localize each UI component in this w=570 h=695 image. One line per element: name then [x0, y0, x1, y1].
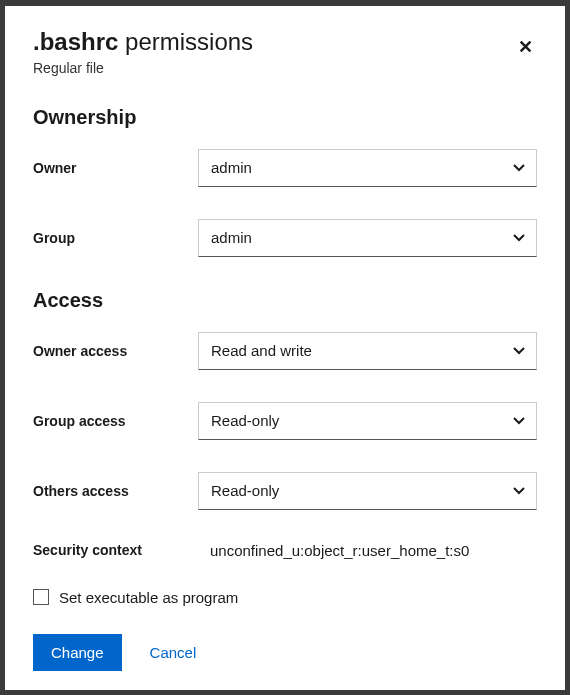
owner-label: Owner	[33, 160, 198, 176]
dialog-subtitle: Regular file	[33, 60, 253, 76]
group-access-select-wrapper: Read-only	[198, 402, 537, 440]
title-suffix: permissions	[118, 28, 253, 55]
owner-access-label: Owner access	[33, 343, 198, 359]
close-button[interactable]: ✕	[514, 32, 537, 62]
group-access-value: Read-only	[211, 412, 279, 429]
access-heading: Access	[33, 289, 537, 312]
change-button[interactable]: Change	[33, 634, 122, 671]
others-access-row: Others access Read-only	[33, 472, 537, 510]
executable-row: Set executable as program	[33, 589, 537, 606]
owner-select-wrapper: admin	[198, 149, 537, 187]
others-access-value: Read-only	[211, 482, 279, 499]
owner-access-row: Owner access Read and write	[33, 332, 537, 370]
others-access-label: Others access	[33, 483, 198, 499]
group-label: Group	[33, 230, 198, 246]
security-context-row: Security context unconfined_u:object_r:u…	[33, 542, 537, 559]
others-access-select-wrapper: Read-only	[198, 472, 537, 510]
dialog-header: .bashrc permissions Regular file ✕	[33, 28, 537, 76]
permissions-dialog: .bashrc permissions Regular file ✕ Owner…	[5, 6, 565, 690]
title-filename: .bashrc	[33, 28, 118, 55]
group-row: Group admin	[33, 219, 537, 257]
owner-select-value: admin	[211, 159, 252, 176]
group-access-row: Group access Read-only	[33, 402, 537, 440]
cancel-button[interactable]: Cancel	[150, 644, 197, 661]
owner-access-value: Read and write	[211, 342, 312, 359]
group-select[interactable]: admin	[198, 219, 537, 257]
group-access-select[interactable]: Read-only	[198, 402, 537, 440]
executable-label: Set executable as program	[59, 589, 238, 606]
security-context-value: unconfined_u:object_r:user_home_t:s0	[198, 542, 469, 559]
group-select-wrapper: admin	[198, 219, 537, 257]
owner-access-select[interactable]: Read and write	[198, 332, 537, 370]
dialog-actions: Change Cancel	[33, 634, 537, 671]
owner-select[interactable]: admin	[198, 149, 537, 187]
others-access-select[interactable]: Read-only	[198, 472, 537, 510]
security-context-label: Security context	[33, 542, 198, 558]
title-block: .bashrc permissions Regular file	[33, 28, 253, 76]
executable-checkbox[interactable]	[33, 589, 49, 605]
close-icon: ✕	[518, 37, 533, 57]
owner-access-select-wrapper: Read and write	[198, 332, 537, 370]
owner-row: Owner admin	[33, 149, 537, 187]
group-access-label: Group access	[33, 413, 198, 429]
dialog-title: .bashrc permissions	[33, 28, 253, 56]
ownership-heading: Ownership	[33, 106, 537, 129]
group-select-value: admin	[211, 229, 252, 246]
